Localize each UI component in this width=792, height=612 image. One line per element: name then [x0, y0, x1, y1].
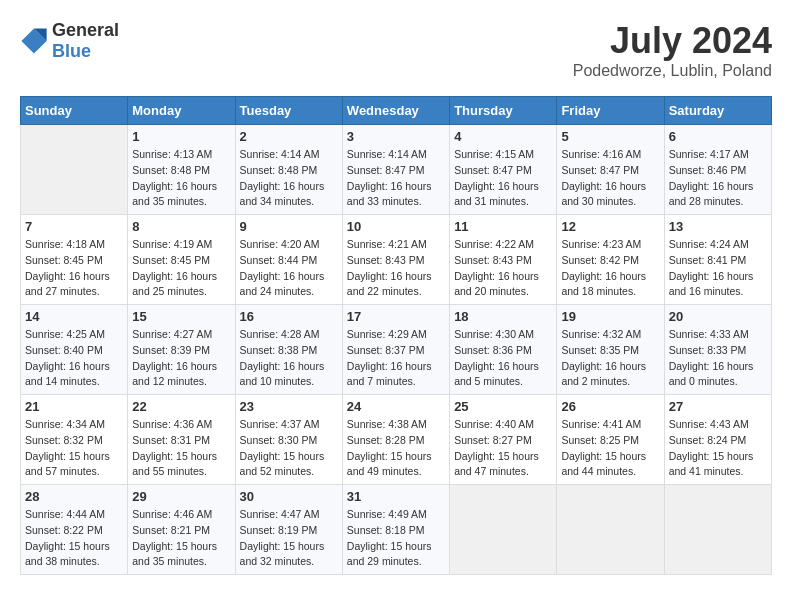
day-info: Sunrise: 4:23 AM Sunset: 8:42 PM Dayligh… — [561, 237, 659, 300]
calendar-cell: 9Sunrise: 4:20 AM Sunset: 8:44 PM Daylig… — [235, 215, 342, 305]
day-info: Sunrise: 4:33 AM Sunset: 8:33 PM Dayligh… — [669, 327, 767, 390]
calendar-cell — [450, 485, 557, 575]
day-info: Sunrise: 4:49 AM Sunset: 8:18 PM Dayligh… — [347, 507, 445, 570]
calendar-cell: 24Sunrise: 4:38 AM Sunset: 8:28 PM Dayli… — [342, 395, 449, 485]
day-info: Sunrise: 4:37 AM Sunset: 8:30 PM Dayligh… — [240, 417, 338, 480]
day-info: Sunrise: 4:14 AM Sunset: 8:47 PM Dayligh… — [347, 147, 445, 210]
day-number: 25 — [454, 399, 552, 414]
calendar-header-row: SundayMondayTuesdayWednesdayThursdayFrid… — [21, 97, 772, 125]
calendar-cell: 1Sunrise: 4:13 AM Sunset: 8:48 PM Daylig… — [128, 125, 235, 215]
day-info: Sunrise: 4:21 AM Sunset: 8:43 PM Dayligh… — [347, 237, 445, 300]
calendar-cell: 15Sunrise: 4:27 AM Sunset: 8:39 PM Dayli… — [128, 305, 235, 395]
calendar-cell: 12Sunrise: 4:23 AM Sunset: 8:42 PM Dayli… — [557, 215, 664, 305]
day-info: Sunrise: 4:29 AM Sunset: 8:37 PM Dayligh… — [347, 327, 445, 390]
calendar-cell: 22Sunrise: 4:36 AM Sunset: 8:31 PM Dayli… — [128, 395, 235, 485]
day-info: Sunrise: 4:34 AM Sunset: 8:32 PM Dayligh… — [25, 417, 123, 480]
day-number: 28 — [25, 489, 123, 504]
title-block: July 2024 Podedworze, Lublin, Poland — [573, 20, 772, 80]
calendar-cell: 20Sunrise: 4:33 AM Sunset: 8:33 PM Dayli… — [664, 305, 771, 395]
col-header-thursday: Thursday — [450, 97, 557, 125]
calendar-cell: 6Sunrise: 4:17 AM Sunset: 8:46 PM Daylig… — [664, 125, 771, 215]
day-info: Sunrise: 4:40 AM Sunset: 8:27 PM Dayligh… — [454, 417, 552, 480]
day-number: 16 — [240, 309, 338, 324]
calendar-cell: 13Sunrise: 4:24 AM Sunset: 8:41 PM Dayli… — [664, 215, 771, 305]
day-info: Sunrise: 4:30 AM Sunset: 8:36 PM Dayligh… — [454, 327, 552, 390]
calendar-cell: 25Sunrise: 4:40 AM Sunset: 8:27 PM Dayli… — [450, 395, 557, 485]
day-number: 29 — [132, 489, 230, 504]
day-info: Sunrise: 4:28 AM Sunset: 8:38 PM Dayligh… — [240, 327, 338, 390]
day-number: 11 — [454, 219, 552, 234]
day-number: 3 — [347, 129, 445, 144]
day-number: 2 — [240, 129, 338, 144]
day-info: Sunrise: 4:24 AM Sunset: 8:41 PM Dayligh… — [669, 237, 767, 300]
day-number: 14 — [25, 309, 123, 324]
calendar-cell: 10Sunrise: 4:21 AM Sunset: 8:43 PM Dayli… — [342, 215, 449, 305]
day-number: 20 — [669, 309, 767, 324]
day-info: Sunrise: 4:36 AM Sunset: 8:31 PM Dayligh… — [132, 417, 230, 480]
calendar-table: SundayMondayTuesdayWednesdayThursdayFrid… — [20, 96, 772, 575]
page-header: General Blue July 2024 Podedworze, Lubli… — [20, 20, 772, 80]
day-info: Sunrise: 4:46 AM Sunset: 8:21 PM Dayligh… — [132, 507, 230, 570]
calendar-cell: 31Sunrise: 4:49 AM Sunset: 8:18 PM Dayli… — [342, 485, 449, 575]
calendar-cell: 28Sunrise: 4:44 AM Sunset: 8:22 PM Dayli… — [21, 485, 128, 575]
location-title: Podedworze, Lublin, Poland — [573, 62, 772, 80]
day-number: 24 — [347, 399, 445, 414]
calendar-cell — [21, 125, 128, 215]
day-info: Sunrise: 4:41 AM Sunset: 8:25 PM Dayligh… — [561, 417, 659, 480]
day-number: 12 — [561, 219, 659, 234]
calendar-cell — [557, 485, 664, 575]
day-number: 8 — [132, 219, 230, 234]
logo-text: General Blue — [52, 20, 119, 62]
day-number: 23 — [240, 399, 338, 414]
day-info: Sunrise: 4:27 AM Sunset: 8:39 PM Dayligh… — [132, 327, 230, 390]
day-info: Sunrise: 4:20 AM Sunset: 8:44 PM Dayligh… — [240, 237, 338, 300]
calendar-cell: 23Sunrise: 4:37 AM Sunset: 8:30 PM Dayli… — [235, 395, 342, 485]
day-info: Sunrise: 4:38 AM Sunset: 8:28 PM Dayligh… — [347, 417, 445, 480]
day-number: 4 — [454, 129, 552, 144]
day-info: Sunrise: 4:44 AM Sunset: 8:22 PM Dayligh… — [25, 507, 123, 570]
calendar-cell: 27Sunrise: 4:43 AM Sunset: 8:24 PM Dayli… — [664, 395, 771, 485]
logo-blue: Blue — [52, 41, 91, 61]
day-number: 31 — [347, 489, 445, 504]
day-number: 5 — [561, 129, 659, 144]
day-number: 9 — [240, 219, 338, 234]
calendar-cell: 17Sunrise: 4:29 AM Sunset: 8:37 PM Dayli… — [342, 305, 449, 395]
calendar-cell: 29Sunrise: 4:46 AM Sunset: 8:21 PM Dayli… — [128, 485, 235, 575]
day-info: Sunrise: 4:18 AM Sunset: 8:45 PM Dayligh… — [25, 237, 123, 300]
day-number: 27 — [669, 399, 767, 414]
col-header-monday: Monday — [128, 97, 235, 125]
calendar-cell: 26Sunrise: 4:41 AM Sunset: 8:25 PM Dayli… — [557, 395, 664, 485]
day-number: 21 — [25, 399, 123, 414]
calendar-cell: 3Sunrise: 4:14 AM Sunset: 8:47 PM Daylig… — [342, 125, 449, 215]
day-info: Sunrise: 4:14 AM Sunset: 8:48 PM Dayligh… — [240, 147, 338, 210]
day-info: Sunrise: 4:16 AM Sunset: 8:47 PM Dayligh… — [561, 147, 659, 210]
day-info: Sunrise: 4:13 AM Sunset: 8:48 PM Dayligh… — [132, 147, 230, 210]
col-header-tuesday: Tuesday — [235, 97, 342, 125]
calendar-cell — [664, 485, 771, 575]
day-number: 15 — [132, 309, 230, 324]
day-number: 26 — [561, 399, 659, 414]
col-header-wednesday: Wednesday — [342, 97, 449, 125]
calendar-week-row: 21Sunrise: 4:34 AM Sunset: 8:32 PM Dayli… — [21, 395, 772, 485]
day-info: Sunrise: 4:22 AM Sunset: 8:43 PM Dayligh… — [454, 237, 552, 300]
calendar-week-row: 28Sunrise: 4:44 AM Sunset: 8:22 PM Dayli… — [21, 485, 772, 575]
logo-icon — [20, 27, 48, 55]
calendar-week-row: 14Sunrise: 4:25 AM Sunset: 8:40 PM Dayli… — [21, 305, 772, 395]
calendar-cell: 11Sunrise: 4:22 AM Sunset: 8:43 PM Dayli… — [450, 215, 557, 305]
calendar-cell: 21Sunrise: 4:34 AM Sunset: 8:32 PM Dayli… — [21, 395, 128, 485]
day-info: Sunrise: 4:47 AM Sunset: 8:19 PM Dayligh… — [240, 507, 338, 570]
day-info: Sunrise: 4:17 AM Sunset: 8:46 PM Dayligh… — [669, 147, 767, 210]
calendar-week-row: 1Sunrise: 4:13 AM Sunset: 8:48 PM Daylig… — [21, 125, 772, 215]
calendar-cell: 4Sunrise: 4:15 AM Sunset: 8:47 PM Daylig… — [450, 125, 557, 215]
day-number: 6 — [669, 129, 767, 144]
day-number: 19 — [561, 309, 659, 324]
day-number: 17 — [347, 309, 445, 324]
day-info: Sunrise: 4:19 AM Sunset: 8:45 PM Dayligh… — [132, 237, 230, 300]
calendar-cell: 19Sunrise: 4:32 AM Sunset: 8:35 PM Dayli… — [557, 305, 664, 395]
day-info: Sunrise: 4:43 AM Sunset: 8:24 PM Dayligh… — [669, 417, 767, 480]
calendar-cell: 14Sunrise: 4:25 AM Sunset: 8:40 PM Dayli… — [21, 305, 128, 395]
col-header-sunday: Sunday — [21, 97, 128, 125]
day-number: 7 — [25, 219, 123, 234]
calendar-cell: 30Sunrise: 4:47 AM Sunset: 8:19 PM Dayli… — [235, 485, 342, 575]
logo-general: General — [52, 20, 119, 40]
